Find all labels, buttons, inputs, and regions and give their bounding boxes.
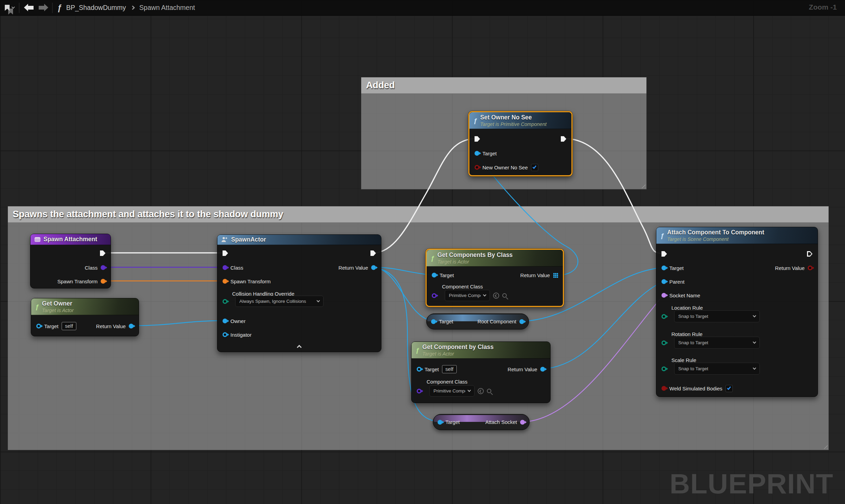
instigator-pin[interactable] xyxy=(223,332,227,337)
comment-resize-handle[interactable] xyxy=(822,443,828,449)
exec-in-pin[interactable] xyxy=(661,251,667,257)
bookmarks-button[interactable] xyxy=(5,5,14,11)
node-set-owner-no-see[interactable]: Set Owner No See Target is Primitive Com… xyxy=(468,111,572,176)
browse-asset-icon[interactable] xyxy=(502,293,507,298)
node-attach-socket[interactable]: Target Attach Socket xyxy=(433,414,530,430)
location-rule-dropdown[interactable]: Snap to Target xyxy=(674,310,760,322)
toolbar-separator xyxy=(52,3,53,13)
return-value-pin[interactable] xyxy=(129,324,134,328)
pin-label: Spawn Transform xyxy=(57,279,98,284)
chevron-down-icon xyxy=(468,389,471,392)
target-pin[interactable] xyxy=(438,420,442,425)
chevron-down-icon xyxy=(753,314,756,318)
node-attach-component-to-component[interactable]: Attach Component To Component Target is … xyxy=(656,227,818,397)
node-subtitle: Target is Actor xyxy=(42,308,74,313)
chevron-down-icon xyxy=(753,340,756,344)
node-root-component[interactable]: Target Root Component xyxy=(426,313,529,329)
node-title: Attach Component To Component xyxy=(667,229,765,236)
chevron-down-icon xyxy=(753,366,756,370)
function-icon xyxy=(416,347,419,353)
node-subtitle: Target is Primitive Component xyxy=(480,121,547,127)
node-get-components-by-class[interactable]: Get Components By Class Target is Actor … xyxy=(426,249,564,307)
weld-simulated-bodies-checkbox[interactable] xyxy=(726,385,733,392)
target-pin[interactable] xyxy=(417,367,421,372)
blueprint-graph-canvas[interactable]: Added Spawns the attachment and attaches… xyxy=(0,0,845,504)
collision-handling-dropdown[interactable]: Always Spawn, Ignore Collisions xyxy=(235,296,324,307)
scale-rule-dropdown[interactable]: Snap to Target xyxy=(674,363,760,375)
dropdown-value: Primitive Compo xyxy=(433,388,465,393)
node-title: Set Owner No See xyxy=(480,114,547,121)
owner-pin[interactable] xyxy=(223,319,227,323)
class-pin[interactable] xyxy=(223,265,227,270)
breadcrumb-chevron-icon xyxy=(130,5,135,10)
target-pin[interactable] xyxy=(475,151,479,156)
return-value-pin[interactable] xyxy=(808,266,812,270)
new-owner-no-see-checkbox[interactable] xyxy=(531,164,538,171)
class-pin[interactable] xyxy=(101,265,105,270)
return-value-array-pin[interactable] xyxy=(553,273,558,277)
return-value-pin[interactable] xyxy=(540,367,545,372)
spawn-transform-pin[interactable] xyxy=(101,279,105,284)
pin-label: Component Class xyxy=(427,379,467,386)
comment-added-header[interactable]: Added xyxy=(361,77,646,94)
parent-pin[interactable] xyxy=(661,279,666,284)
exec-out-pin[interactable] xyxy=(370,250,376,256)
blueprint-watermark: BLUEPRINT xyxy=(670,468,833,500)
node-title: Get Component by Class xyxy=(422,344,494,351)
comment-resize-handle[interactable] xyxy=(640,182,645,188)
pin-label: Socket Name xyxy=(669,293,700,298)
node-get-component-by-class[interactable]: Get Component by Class Target is Actor T… xyxy=(411,341,551,403)
target-value-field[interactable]: self xyxy=(62,322,76,331)
exec-out-pin[interactable] xyxy=(807,251,812,257)
attach-socket-pin[interactable] xyxy=(520,420,525,425)
node-spawn-attachment[interactable]: Spawn Attachment Class Spawn Transform xyxy=(30,234,111,288)
function-icon xyxy=(35,303,39,310)
scale-rule-pin[interactable] xyxy=(661,366,666,371)
pin-label: Weld Simulated Bodies xyxy=(669,386,722,391)
use-selected-asset-icon[interactable] xyxy=(493,293,499,299)
target-pin[interactable] xyxy=(432,273,437,277)
breadcrumb-current[interactable]: Spawn Attachment xyxy=(139,4,195,12)
component-class-pin[interactable] xyxy=(432,293,437,298)
rotation-rule-dropdown[interactable]: Snap to Target xyxy=(674,337,760,349)
root-component-pin[interactable] xyxy=(519,319,524,324)
back-button[interactable] xyxy=(28,6,34,10)
breadcrumb-root[interactable]: BP_ShadowDummy xyxy=(66,4,126,12)
return-value-pin[interactable] xyxy=(371,265,376,270)
component-class-dropdown[interactable]: Primitive Compo xyxy=(429,385,475,397)
function-icon xyxy=(474,117,477,124)
node-title: Get Owner xyxy=(42,300,74,307)
spawn-transform-pin[interactable] xyxy=(223,279,227,284)
location-rule-pin[interactable] xyxy=(661,314,666,319)
forward-button[interactable] xyxy=(39,6,44,10)
comment-main-header[interactable]: Spawns the attachment and attaches it to… xyxy=(8,206,829,223)
node-get-owner[interactable]: Get Owner Target is Actor Target self Re… xyxy=(31,298,139,336)
component-class-pin[interactable] xyxy=(417,389,421,393)
weld-simulated-bodies-pin[interactable] xyxy=(661,386,666,391)
collapse-pins-icon[interactable] xyxy=(297,345,302,350)
exec-in-pin[interactable] xyxy=(475,136,480,142)
new-owner-no-see-pin[interactable] xyxy=(475,165,479,170)
browse-asset-icon[interactable] xyxy=(487,389,491,393)
collapsed-graph-icon xyxy=(35,237,40,242)
target-value-field[interactable]: self xyxy=(442,365,457,374)
toolbar-separator xyxy=(19,3,20,13)
exec-out-pin[interactable] xyxy=(561,136,566,142)
target-pin[interactable] xyxy=(36,324,41,328)
pin-label: Target xyxy=(439,319,453,324)
node-title: Get Components By Class xyxy=(438,251,513,259)
pin-label: New Owner No See xyxy=(482,165,528,170)
pin-label: Attach Socket xyxy=(485,419,517,425)
target-pin[interactable] xyxy=(431,319,436,324)
node-spawn-actor[interactable]: SpawnActor Class Return Value Spawn Tran… xyxy=(217,234,381,352)
target-pin[interactable] xyxy=(661,266,666,270)
function-icon xyxy=(431,255,434,261)
pin-label: Class xyxy=(85,265,98,271)
socket-name-pin[interactable] xyxy=(661,293,666,298)
collision-handling-pin[interactable] xyxy=(223,299,227,304)
rotation-rule-pin[interactable] xyxy=(661,340,666,345)
use-selected-asset-icon[interactable] xyxy=(478,388,484,394)
component-class-dropdown[interactable]: Primitive Compo xyxy=(445,290,490,301)
exec-out-pin[interactable] xyxy=(100,250,105,256)
exec-in-pin[interactable] xyxy=(223,250,228,256)
